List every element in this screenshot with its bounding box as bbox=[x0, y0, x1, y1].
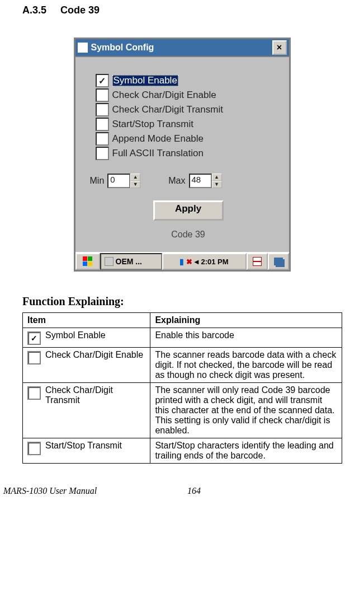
signal-icon: ▮ bbox=[179, 257, 184, 266]
notepad-icon bbox=[253, 257, 262, 266]
window-titlebar: Symbol Config × bbox=[75, 39, 289, 57]
spin-down-icon[interactable]: ▼ bbox=[130, 181, 140, 188]
header-explaining: Explaining bbox=[150, 313, 342, 328]
window-title: Symbol Config bbox=[91, 43, 272, 53]
explain-cell: Enable this barcode bbox=[150, 328, 342, 348]
option-append-mode-enable[interactable]: Append Mode Enable bbox=[96, 132, 281, 146]
cascaded-windows-icon bbox=[274, 258, 283, 265]
item-cell: Start/Stop Transmit bbox=[23, 438, 150, 464]
table-row: Check Char/Digit Transmit The scanner wi… bbox=[23, 383, 342, 438]
min-group: Min 0 ▲ ▼ bbox=[90, 174, 141, 188]
min-value[interactable]: 0 bbox=[107, 174, 130, 188]
checkbox-icon[interactable] bbox=[96, 103, 109, 116]
close-icon: × bbox=[277, 43, 282, 53]
min-max-row: Min 0 ▲ ▼ Max 48 ▲ ▼ bbox=[96, 174, 281, 188]
explain-cell: The scanner reads barcode data with a ch… bbox=[150, 348, 342, 383]
item-label: Symbol Enable bbox=[45, 330, 106, 340]
clock: 2:01 PM bbox=[201, 258, 228, 266]
taskbar-app-button[interactable]: OEM ... bbox=[100, 253, 162, 270]
item-label: Check Char/Digit Transmit bbox=[45, 385, 145, 405]
item-label: Check Char/Digit Enable bbox=[45, 350, 143, 360]
taskbar: OEM ... ▮ ✖ ◂ 2:01 PM bbox=[75, 252, 289, 270]
checkbox-icon bbox=[27, 351, 41, 364]
item-label: Start/Stop Transmit bbox=[45, 441, 122, 451]
table-row: Start/Stop Transmit Start/Stop character… bbox=[23, 438, 342, 464]
item-cell: Check Char/Digit Enable bbox=[23, 348, 150, 383]
app-small-icon bbox=[105, 257, 114, 266]
option-check-char-enable[interactable]: Check Char/Digit Enable bbox=[96, 88, 281, 102]
manual-title: MARS-1030 User Manual bbox=[3, 486, 97, 496]
checkbox-icon[interactable] bbox=[96, 88, 109, 102]
max-label: Max bbox=[168, 176, 185, 186]
tray-windows[interactable] bbox=[268, 253, 289, 270]
option-check-char-transmit[interactable]: Check Char/Digit Transmit bbox=[96, 103, 281, 116]
option-label: Symbol Enable bbox=[112, 75, 178, 86]
min-label: Min bbox=[90, 176, 105, 186]
spin-up-icon[interactable]: ▲ bbox=[212, 174, 222, 181]
system-tray[interactable]: ▮ ✖ ◂ 2:01 PM bbox=[162, 253, 247, 270]
explaining-table: Item Explaining Symbol Enable Enable thi… bbox=[22, 312, 342, 464]
option-label: Start/Stop Transmit bbox=[112, 119, 194, 130]
heading-number: A.3.5 bbox=[22, 4, 46, 16]
max-spin[interactable]: ▲ ▼ bbox=[212, 174, 222, 188]
options-list: ✓ Symbol Enable Check Char/Digit Enable … bbox=[96, 74, 281, 160]
taskbar-app-label: OEM ... bbox=[116, 257, 142, 266]
tray-notepad[interactable] bbox=[247, 253, 268, 270]
table-row: Symbol Enable Enable this barcode bbox=[23, 328, 342, 348]
checkbox-icon[interactable] bbox=[96, 118, 109, 131]
item-cell: Check Char/Digit Transmit bbox=[23, 383, 150, 438]
max-group: Max 48 ▲ ▼ bbox=[168, 174, 221, 188]
function-explaining-title: Function Explaining: bbox=[22, 295, 364, 308]
max-stepper[interactable]: 48 ▲ ▼ bbox=[189, 174, 222, 188]
windows-flag-icon bbox=[83, 256, 93, 267]
apply-label: Apply bbox=[175, 203, 201, 214]
document-page: A.3.5 Code 39 Symbol Config × ✓ Symbol E… bbox=[0, 0, 364, 498]
speaker-icon: ◂ bbox=[195, 257, 198, 266]
option-symbol-enable[interactable]: ✓ Symbol Enable bbox=[96, 74, 281, 87]
option-label: Full ASCII Translation bbox=[112, 148, 204, 159]
checkbox-icon bbox=[27, 386, 41, 400]
min-spin[interactable]: ▲ ▼ bbox=[130, 174, 140, 188]
option-label: Check Char/Digit Transmit bbox=[112, 104, 223, 115]
window-body: ✓ Symbol Enable Check Char/Digit Enable … bbox=[75, 57, 289, 252]
code-name-label: Code 39 bbox=[96, 230, 281, 240]
section-heading: A.3.5 Code 39 bbox=[22, 4, 364, 16]
close-button[interactable]: × bbox=[272, 40, 287, 55]
option-full-ascii-translation[interactable]: Full ASCII Translation bbox=[96, 147, 281, 160]
checkbox-icon[interactable] bbox=[96, 147, 109, 160]
heading-title: Code 39 bbox=[60, 4, 100, 16]
page-number: 164 bbox=[187, 486, 201, 496]
checkbox-icon bbox=[27, 442, 41, 455]
max-value[interactable]: 48 bbox=[189, 174, 212, 188]
spin-up-icon[interactable]: ▲ bbox=[130, 174, 140, 181]
spin-down-icon[interactable]: ▼ bbox=[212, 181, 222, 188]
explain-cell: The scanner will only read Code 39 barco… bbox=[150, 383, 342, 438]
network-error-icon: ✖ bbox=[186, 258, 192, 266]
header-item: Item bbox=[23, 313, 150, 328]
item-cell: Symbol Enable bbox=[23, 328, 150, 348]
table-row: Check Char/Digit Enable The scanner read… bbox=[23, 348, 342, 383]
checkbox-icon bbox=[27, 331, 41, 345]
apply-button[interactable]: Apply bbox=[153, 200, 224, 221]
option-start-stop-transmit[interactable]: Start/Stop Transmit bbox=[96, 118, 281, 131]
explain-cell: Start/Stop characters identify the leadi… bbox=[150, 438, 342, 464]
app-icon bbox=[78, 43, 88, 53]
table-header-row: Item Explaining bbox=[23, 313, 342, 328]
device-screenshot: Symbol Config × ✓ Symbol Enable Check Ch… bbox=[74, 38, 291, 272]
start-button[interactable] bbox=[75, 253, 100, 270]
min-stepper[interactable]: 0 ▲ ▼ bbox=[107, 174, 140, 188]
checkbox-icon[interactable]: ✓ bbox=[96, 74, 109, 87]
checkbox-icon[interactable] bbox=[96, 132, 109, 146]
option-label: Append Mode Enable bbox=[112, 133, 204, 144]
option-label: Check Char/Digit Enable bbox=[112, 90, 216, 101]
page-footer: MARS-1030 User Manual 164 bbox=[0, 486, 364, 498]
